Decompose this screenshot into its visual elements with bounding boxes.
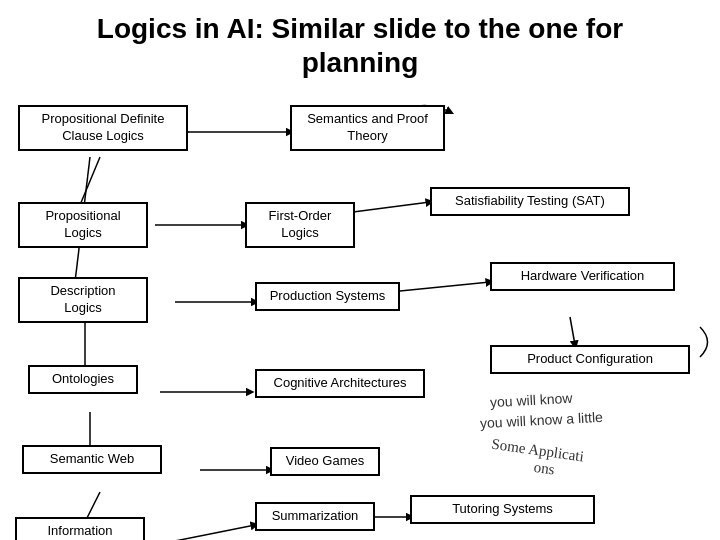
ontologies-box: Ontologies: [28, 365, 138, 394]
semantic-web-box: Semantic Web: [22, 445, 162, 474]
handwritten-some-apps: Some Applicati ons: [488, 436, 585, 483]
hardware-verification-box: Hardware Verification: [490, 262, 675, 291]
handwritten-line2: you will know a little: [480, 409, 604, 431]
summarization-box: Summarization: [255, 502, 375, 531]
title: Logics in AI: Similar slide to the one f…: [0, 0, 720, 87]
tutoring-systems-box: Tutoring Systems: [410, 495, 595, 524]
svg-line-7: [570, 317, 575, 345]
first-order-box: First-Order Logics: [245, 202, 355, 248]
title-line2: planning: [302, 47, 419, 78]
svg-line-13: [170, 525, 255, 540]
semantics-proof-box: Semantics and Proof Theory: [290, 105, 445, 151]
propositional-definite-box: Propositional Definite Clause Logics: [18, 105, 188, 151]
title-line1: Logics in AI: Similar slide to the one f…: [97, 13, 623, 44]
video-games-box: Video Games: [270, 447, 380, 476]
satisfiability-box: Satisfiability Testing (SAT): [430, 187, 630, 216]
cognitive-arch-box: Cognitive Architectures: [255, 369, 425, 398]
information-extraction-box: Information Extraction: [15, 517, 145, 540]
propositional-logics-box: Propositional Logics: [18, 202, 148, 248]
svg-line-6: [390, 282, 490, 292]
handwritten-line1: you will know: [490, 390, 573, 410]
description-logics-box: Description Logics: [18, 277, 148, 323]
product-configuration-box: Product Configuration: [490, 345, 690, 374]
production-systems-box: Production Systems: [255, 282, 400, 311]
svg-line-1: [80, 157, 100, 205]
